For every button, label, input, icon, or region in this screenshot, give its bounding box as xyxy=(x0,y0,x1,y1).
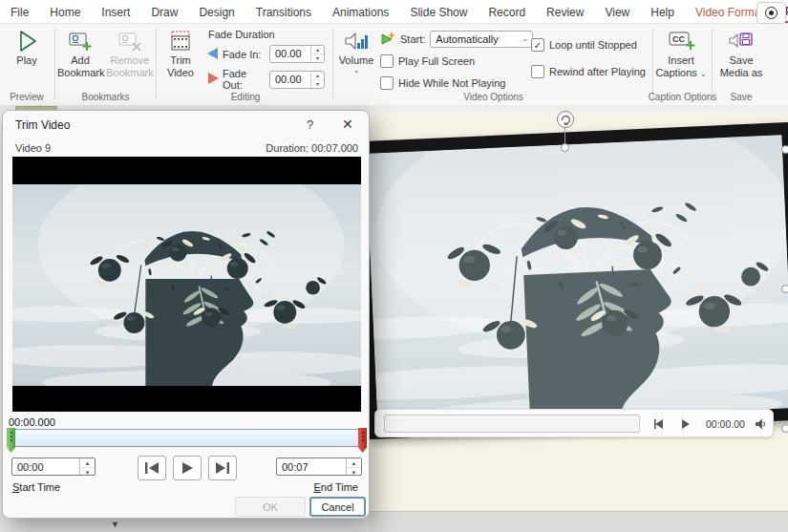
svg-text:CC: CC xyxy=(672,34,685,44)
tab-insert[interactable]: Insert xyxy=(101,2,130,22)
fade-in-label: Fade In: xyxy=(223,49,266,60)
trim-track[interactable] xyxy=(14,429,359,447)
save-media-icon xyxy=(716,27,766,54)
spin-up-icon[interactable]: ▴ xyxy=(311,46,324,53)
spin-up-icon[interactable]: ▴ xyxy=(311,72,324,79)
insert-captions-label-1: Insert xyxy=(655,54,707,67)
tab-draw[interactable]: Draw xyxy=(151,2,178,22)
group-label-video-options: Video Options xyxy=(334,92,652,102)
spin-up-icon[interactable]: ▴ xyxy=(347,458,361,467)
slide-video-object[interactable] xyxy=(370,122,788,439)
trim-video-label-1: Trim xyxy=(159,54,202,67)
tab-home[interactable]: Home xyxy=(50,2,80,22)
scroll-down-icon[interactable]: ▼ xyxy=(111,520,119,529)
volume-button[interactable]: Volume ⌄ xyxy=(336,27,376,74)
insert-captions-button[interactable]: CC Insert Captions ⌄ xyxy=(655,27,707,79)
group-label-bookmarks: Bookmarks xyxy=(55,92,156,102)
fade-in-value[interactable]: 00.00 xyxy=(270,46,310,62)
start-dropdown-value: Automatically xyxy=(431,33,522,45)
media-seek-bar[interactable] xyxy=(384,415,640,433)
add-bookmark-label-1: Add xyxy=(57,54,103,67)
previous-frame-icon xyxy=(143,460,160,476)
hide-while-not-playing-checkbox[interactable] xyxy=(380,76,394,90)
fade-out-label: Fade Out: xyxy=(223,68,266,91)
trim-video-dialog: Trim Video ? ✕ Video 9 Duration: 00:07.0… xyxy=(2,110,370,519)
play-full-screen-label: Play Full Screen xyxy=(398,55,475,67)
resize-handle-top[interactable] xyxy=(561,143,569,152)
rotation-handle-stem xyxy=(564,128,565,143)
start-icon xyxy=(380,31,395,48)
spin-down-icon[interactable]: ▾ xyxy=(347,467,361,477)
loop-until-stopped-label: Loop until Stopped xyxy=(549,39,637,51)
remove-bookmark-button[interactable]: Remove Bookmark xyxy=(105,27,155,79)
media-forward-button[interactable] xyxy=(677,416,694,432)
tab-video-format[interactable]: Video Format xyxy=(695,2,764,22)
trim-slider xyxy=(7,429,367,455)
close-icon[interactable]: ✕ xyxy=(342,117,353,132)
trim-start-handle[interactable] xyxy=(7,428,15,453)
video-name: Video 9 xyxy=(15,142,51,154)
tab-animations[interactable]: Animations xyxy=(332,2,389,22)
tab-view[interactable]: View xyxy=(605,2,629,22)
spin-down-icon[interactable]: ▾ xyxy=(311,79,324,88)
trim-end-handle[interactable] xyxy=(358,428,367,453)
end-time-label: End Time xyxy=(314,481,358,493)
rotation-handle[interactable] xyxy=(557,111,574,128)
next-frame-icon xyxy=(214,460,231,476)
start-dropdown[interactable]: Automatically ⌄ xyxy=(430,31,533,48)
tab-design[interactable]: Design xyxy=(199,2,234,22)
fade-out-value[interactable]: 00.00 xyxy=(270,72,310,88)
tab-record[interactable]: Record xyxy=(488,2,525,22)
remove-bookmark-label-1: Remove xyxy=(105,54,155,67)
resize-handle-right[interactable] xyxy=(781,285,788,293)
end-time-spinner[interactable]: ▴ ▾ xyxy=(346,458,361,475)
tab-help[interactable]: Help xyxy=(650,2,674,22)
start-time-input[interactable]: 00:00 ▴ ▾ xyxy=(11,458,96,476)
rewind-after-playing-label: Rewind after Playing xyxy=(549,66,646,77)
video-preview[interactable] xyxy=(12,157,361,412)
speaker-icon xyxy=(754,417,767,431)
spin-down-icon[interactable]: ▾ xyxy=(311,53,324,62)
rewind-after-playing-checkbox[interactable] xyxy=(531,65,544,78)
fade-in-input[interactable]: 00.00 ▴ ▾ xyxy=(269,45,325,63)
closed-captions-icon: CC xyxy=(655,27,707,54)
tab-slide-show[interactable]: Slide Show xyxy=(410,2,467,22)
start-time-label: Start Time xyxy=(12,481,60,493)
media-back-button[interactable] xyxy=(650,416,668,432)
resize-handle-top-right[interactable] xyxy=(781,145,788,154)
save-media-as-button[interactable]: Save Media as xyxy=(716,27,766,79)
fade-in-icon xyxy=(206,47,220,62)
tab-transitions[interactable]: Transitions xyxy=(256,2,311,22)
previous-frame-button[interactable] xyxy=(138,456,166,480)
group-label-editing: Editing xyxy=(159,92,332,102)
add-bookmark-button[interactable]: Add Bookmark xyxy=(57,27,103,79)
remove-bookmark-label-2: Bookmark xyxy=(105,67,155,79)
trim-video-button[interactable]: Trim Video xyxy=(159,27,202,79)
next-frame-button[interactable] xyxy=(208,456,237,480)
cancel-button[interactable]: Cancel xyxy=(309,497,366,517)
end-time-input[interactable]: 00:07 ▴ ▾ xyxy=(276,458,362,476)
fade-out-input[interactable]: 00.00 ▴ ▾ xyxy=(269,71,325,89)
start-time-spinner[interactable]: ▴ ▾ xyxy=(79,458,95,475)
fade-in-spinner[interactable]: ▴ ▾ xyxy=(310,46,324,62)
video-options-left: Start: Automatically ⌄ Play Full Screen … xyxy=(380,31,533,96)
spin-up-icon[interactable]: ▴ xyxy=(80,458,95,467)
media-mute-button[interactable] xyxy=(752,416,769,432)
end-time-value[interactable]: 00:07 xyxy=(277,458,346,475)
dialog-play-button[interactable] xyxy=(173,456,202,480)
spin-down-icon[interactable]: ▾ xyxy=(80,467,95,477)
resize-handle-bottom-right[interactable] xyxy=(781,424,788,433)
record-button[interactable] xyxy=(756,2,786,24)
loop-until-stopped-checkbox[interactable]: ✓ xyxy=(531,38,544,52)
start-time-value[interactable]: 00:00 xyxy=(12,458,79,475)
fade-out-icon xyxy=(206,72,220,87)
tab-review[interactable]: Review xyxy=(546,2,584,22)
play-full-screen-checkbox[interactable] xyxy=(380,54,394,68)
ok-button[interactable]: OK xyxy=(235,497,306,517)
ribbon: Play Preview Add Bookmark Remove Bookmar… xyxy=(0,24,788,106)
fade-out-spinner[interactable]: ▴ ▾ xyxy=(310,72,324,88)
help-button[interactable]: ? xyxy=(307,117,313,132)
check-icon: ✓ xyxy=(534,40,542,51)
tab-file[interactable]: File xyxy=(11,2,29,22)
play-button[interactable]: Play xyxy=(5,27,49,67)
